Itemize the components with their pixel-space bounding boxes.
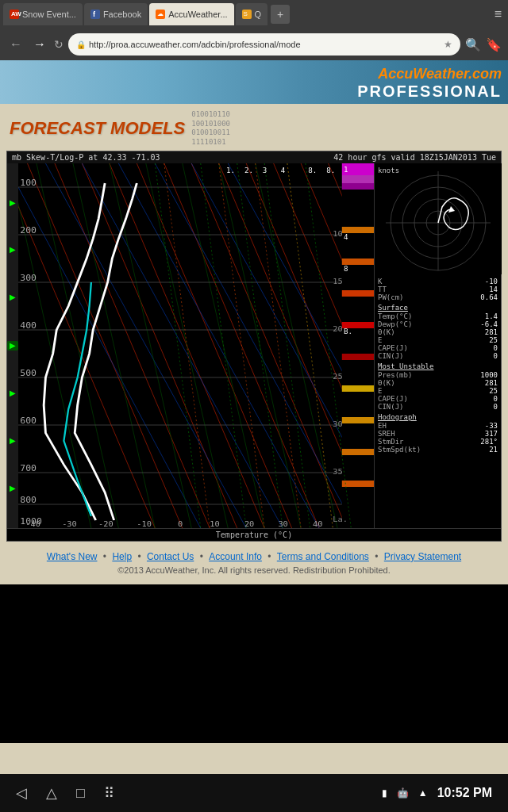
data-row-cape: CAPE(J) 0	[378, 344, 498, 352]
svg-text:2.: 2.	[244, 167, 253, 174]
nav-arrow-4[interactable]: ▶	[7, 341, 18, 350]
svg-text:10: 10	[333, 229, 343, 237]
k-label: K	[378, 278, 382, 285]
android-nav-left: ◁ △ □ ⠿	[16, 784, 114, 802]
svg-text:35: 35	[333, 467, 343, 475]
data-row-stmspd: StmSpd(kt) 21	[378, 446, 498, 454]
data-row-sreh: SREH 317	[378, 430, 498, 438]
android-time-display: 10:52 PM	[437, 786, 492, 800]
forward-button[interactable]: →	[30, 37, 49, 52]
data-row-e: E 25	[378, 336, 498, 344]
address-bar: ← → ↻ 🔒 http://proa.accuweather.com/adcb…	[0, 29, 508, 60]
footer-privacy[interactable]: Privacy Statement	[384, 551, 461, 562]
binary-decoration: 01001011010010100001001001111110101	[191, 110, 230, 147]
data-row-theta2: Θ(K) 281	[378, 379, 498, 387]
chart-header: mb Skew-T/Log-P at 42.33 -71.03 42 hour …	[7, 151, 501, 163]
new-tab-button[interactable]: +	[271, 5, 290, 24]
footer-help[interactable]: Help	[112, 551, 132, 562]
data-row-eh: EH -33	[378, 422, 498, 430]
tab-label-fb: Facebook	[103, 10, 141, 19]
svg-rect-50	[342, 227, 374, 233]
nav-arrow-2[interactable]: ▶	[7, 246, 18, 254]
cape-label: CAPE(J)	[378, 344, 408, 352]
hodograph-area: knots	[375, 163, 501, 274]
temp-label: Temp(°C)	[378, 312, 412, 320]
page-footer: What's New • Help • Contact Us • Account…	[0, 542, 508, 584]
tab-bar: AW Snow Event... f Facebook ☁ AccuWeathe…	[0, 0, 508, 29]
pres-label: Pres(mb)	[378, 371, 412, 379]
nav-arrow-1[interactable]: ▶	[7, 199, 18, 207]
most-unstable-title: Most Unstable	[378, 362, 498, 370]
data-row-cin: CIN(J) 0	[378, 352, 498, 360]
page-title: FORECAST MODELS	[10, 118, 185, 139]
theta2-label: Θ(K)	[378, 379, 395, 387]
chart-x-label: Temperature (°C)	[7, 528, 501, 541]
tab-label-snow: Snow Event...	[22, 10, 76, 19]
tab-snow-event[interactable]: AW Snow Event...	[3, 3, 83, 25]
pw-label: PW(cm)	[378, 293, 404, 301]
pw-value: 0.64	[480, 293, 498, 301]
android-apps-button[interactable]: ⠿	[104, 784, 114, 802]
data-row-e2: E 25	[378, 387, 498, 395]
android-home-button[interactable]: △	[46, 784, 57, 802]
cin-value: 0	[494, 352, 498, 360]
svg-text:8.: 8.	[326, 167, 335, 174]
svg-text:30: 30	[278, 519, 288, 527]
svg-text:100: 100	[20, 178, 37, 187]
svg-rect-58	[342, 481, 374, 487]
tab-favicon-aw2: ☁	[156, 10, 165, 19]
e2-label: E	[378, 387, 382, 395]
theta-label: Θ(K)	[378, 328, 395, 336]
stmdir-value: 281°	[480, 438, 498, 446]
tab-favicon-aw: AW	[10, 10, 19, 19]
footer-account-info[interactable]: Account Info	[209, 551, 262, 562]
svg-text:500: 500	[20, 368, 37, 377]
url-input[interactable]: 🔒 http://proa.accuweather.com/adcbin/pro…	[68, 33, 460, 56]
skewt-svg: 100 200 300 400 500 600 700 800 1000	[18, 163, 374, 528]
black-area	[0, 584, 508, 743]
nav-arrow-7[interactable]: ▶	[7, 485, 18, 492]
nav-arrow-6[interactable]: ▶	[7, 437, 18, 445]
aw-logo: AccuWeather.com PROFESSIONAL	[357, 66, 502, 101]
svg-text:4: 4	[344, 233, 348, 240]
svg-text:300: 300	[20, 273, 37, 282]
svg-text:15: 15	[333, 277, 343, 285]
android-back-button[interactable]: ◁	[16, 784, 27, 802]
back-button[interactable]: ←	[6, 37, 25, 52]
right-panel: knots	[374, 163, 501, 528]
tab-facebook[interactable]: f Facebook	[84, 3, 148, 25]
e-value: 25	[489, 336, 498, 344]
theta-value: 281	[485, 328, 498, 336]
bookmark-button[interactable]: 🔖	[486, 37, 502, 52]
footer-whats-new[interactable]: What's New	[47, 551, 98, 562]
svg-text:20: 20	[333, 324, 343, 332]
footer-terms[interactable]: Terms and Conditions	[277, 551, 369, 562]
e2-value: 25	[489, 387, 498, 395]
nav-arrow-3[interactable]: ▶	[7, 293, 18, 301]
svg-text:-10: -10	[137, 519, 152, 527]
svg-text:1: 1	[344, 166, 348, 173]
reload-button[interactable]: ↻	[54, 38, 64, 51]
cape-value: 0	[494, 344, 498, 352]
android-recent-button[interactable]: □	[76, 785, 85, 802]
svg-text:25: 25	[333, 372, 343, 380]
tab-step[interactable]: S Q	[236, 3, 268, 25]
hodograph-section-title: Hodograph	[378, 413, 498, 421]
bookmark-star-icon[interactable]: ★	[444, 39, 452, 50]
surface-section-title: Surface	[378, 304, 498, 312]
aw-header: AccuWeather.com PROFESSIONAL	[0, 60, 508, 104]
search-button[interactable]: 🔍	[465, 37, 481, 52]
sreh-value: 317	[485, 430, 498, 438]
chart-title-right: 42 hour gfs valid 18Z15JAN2013 Tue	[333, 153, 496, 162]
nav-arrow-5[interactable]: ▶	[7, 389, 18, 397]
svg-text:1.: 1.	[226, 167, 235, 174]
aw-professional-text: PROFESSIONAL	[357, 82, 502, 101]
tab-accuweather[interactable]: ☁ AccuWeather...	[149, 3, 233, 25]
svg-text:knots: knots	[378, 167, 399, 174]
svg-text:La.: La.	[333, 515, 348, 523]
browser-menu-button[interactable]: ≡	[491, 4, 505, 25]
footer-contact-us[interactable]: Contact Us	[147, 551, 194, 562]
data-row-theta: Θ(K) 281	[378, 328, 498, 336]
android-wifi-icon: ▲	[418, 787, 428, 799]
data-table-panel: K -10 TT 14 PW(cm) 0.64 Surface Temp(°C)	[375, 274, 501, 528]
